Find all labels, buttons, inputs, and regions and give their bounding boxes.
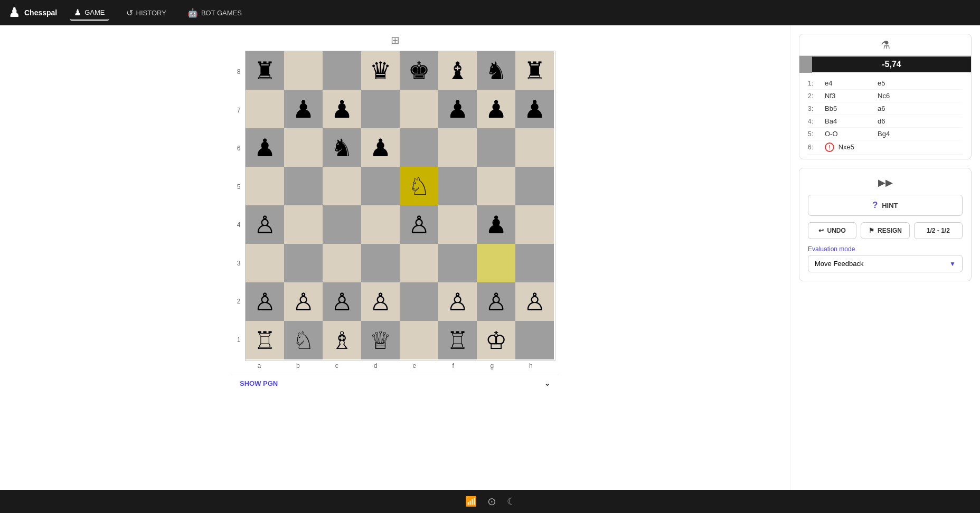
file-b: b [279, 362, 317, 369]
cell-h8[interactable]: ♜ [515, 51, 554, 90]
cell-h3[interactable] [515, 244, 554, 282]
main-content: ⊞ 8 7 6 5 4 3 2 1 ♜ ♛ [0, 25, 980, 490]
cell-f8[interactable]: ♝ [438, 51, 477, 90]
cell-h7[interactable]: ♟ [515, 90, 554, 128]
cell-d4[interactable] [361, 205, 400, 244]
cell-c4[interactable] [323, 205, 361, 244]
cell-g3-highlight[interactable] [477, 244, 515, 282]
move-row-2[interactable]: 2: Nf3 Nc6 [808, 90, 963, 102]
cell-b2[interactable]: ♙ [284, 282, 323, 321]
show-pgn-row[interactable]: SHOW PGN ⌄ [231, 375, 559, 392]
file-h: h [512, 362, 550, 369]
cell-a7[interactable] [246, 90, 284, 128]
cell-g7[interactable]: ♟ [477, 90, 515, 128]
cell-d8[interactable]: ♛ [361, 51, 400, 90]
cell-g4[interactable]: ♟ [477, 205, 515, 244]
cell-e8[interactable]: ♚ [400, 51, 438, 90]
right-panel: ⚗ -5,74 1: e4 e5 2: Nf3 Nc6 3: [790, 25, 980, 490]
cell-f7[interactable]: ♟ [438, 90, 477, 128]
cell-a4[interactable]: ♙ [246, 205, 284, 244]
resign-button[interactable]: ⚑ RESIGN [861, 222, 909, 239]
cell-g8[interactable]: ♞ [477, 51, 515, 90]
cell-b7[interactable]: ♟ [284, 90, 323, 128]
move-row-3[interactable]: 3: Bb5 a6 [808, 102, 963, 115]
draw-label: 1/2 - 1/2 [927, 227, 950, 234]
app-logo: ♟ Chesspal [8, 5, 57, 20]
cell-b8[interactable] [284, 51, 323, 90]
cell-h5[interactable] [515, 167, 554, 205]
github-icon[interactable]: ⊙ [487, 495, 496, 508]
cell-c7[interactable]: ♟ [323, 90, 361, 128]
cell-h4[interactable] [515, 205, 554, 244]
cell-g5[interactable] [477, 167, 515, 205]
cell-e5-highlight[interactable]: ♘ [400, 167, 438, 205]
fast-forward-btn[interactable]: ▶▶ [808, 177, 963, 188]
move-white-3: Bb5 [825, 104, 878, 112]
cell-e3[interactable] [400, 244, 438, 282]
undo-button[interactable]: ↩ UNDO [808, 222, 856, 239]
cell-b3[interactable] [284, 244, 323, 282]
cell-d2[interactable]: ♙ [361, 282, 400, 321]
cell-c6[interactable]: ♞ [323, 128, 361, 167]
cell-c8[interactable] [323, 51, 361, 90]
cell-g6[interactable] [477, 128, 515, 167]
cell-e4[interactable]: ♙ [400, 205, 438, 244]
cell-e2[interactable] [400, 282, 438, 321]
cell-c3[interactable] [323, 244, 361, 282]
cell-d3[interactable] [361, 244, 400, 282]
chess-board[interactable]: ♜ ♛ ♚ ♝ ♞ ♜ ♟ ♟ ♟ ♟ ♟ [245, 51, 555, 361]
cell-b5[interactable] [284, 167, 323, 205]
cell-a5[interactable] [246, 167, 284, 205]
cell-f6[interactable] [438, 128, 477, 167]
cell-e6[interactable] [400, 128, 438, 167]
eval-mode-select[interactable]: Move Feedback ▼ [808, 255, 963, 272]
cell-e7[interactable] [400, 90, 438, 128]
cell-d1[interactable]: ♕ [361, 321, 400, 359]
cell-b1[interactable]: ♘ [284, 321, 323, 359]
cell-d6[interactable]: ♟ [361, 128, 400, 167]
cell-c2[interactable]: ♙ [323, 282, 361, 321]
cell-d5[interactable] [361, 167, 400, 205]
cell-f3[interactable] [438, 244, 477, 282]
cell-f5[interactable] [438, 167, 477, 205]
flip-board-icon[interactable]: ⊞ [391, 34, 400, 46]
hint-button[interactable]: ? HINT [808, 195, 963, 216]
draw-button[interactable]: 1/2 - 1/2 [914, 222, 963, 239]
cell-a3[interactable] [246, 244, 284, 282]
cell-f1[interactable]: ♖ [438, 321, 477, 359]
cell-a8[interactable]: ♜ [246, 51, 284, 90]
cell-h6[interactable] [515, 128, 554, 167]
hint-label: HINT [882, 202, 898, 210]
move-black-1: e5 [878, 79, 920, 87]
cell-c1[interactable]: ♗ [323, 321, 361, 359]
move-row-4[interactable]: 4: Ba4 d6 [808, 115, 963, 128]
move-row-5[interactable]: 5: O-O Bg4 [808, 128, 963, 140]
cell-a1[interactable]: ♖ [246, 321, 284, 359]
nav-bot-games[interactable]: 🤖 BOT GAMES [183, 6, 246, 20]
show-pgn-label: SHOW PGN [240, 379, 278, 387]
cell-a2[interactable]: ♙ [246, 282, 284, 321]
nav-bot-label: BOT GAMES [201, 9, 242, 17]
moon-icon[interactable]: ☾ [507, 496, 515, 507]
rank-5: 5 [234, 183, 243, 191]
cell-g1[interactable]: ♔ [477, 321, 515, 359]
pgn-chevron-icon: ⌄ [544, 379, 550, 387]
evaluation-mode-section: Evaluation mode Move Feedback ▼ [808, 245, 963, 272]
cell-b6[interactable] [284, 128, 323, 167]
cell-g2[interactable]: ♙ [477, 282, 515, 321]
cell-f4[interactable] [438, 205, 477, 244]
cell-b4[interactable] [284, 205, 323, 244]
cell-f2[interactable]: ♙ [438, 282, 477, 321]
cell-e1[interactable] [400, 321, 438, 359]
move-row-1[interactable]: 1: e4 e5 [808, 77, 963, 90]
nav-game-label: GAME [84, 8, 105, 16]
move-row-6[interactable]: 6: ! Nxe5 [808, 140, 963, 155]
cell-h2[interactable]: ♙ [515, 282, 554, 321]
cell-h1[interactable] [515, 321, 554, 359]
cell-c5[interactable] [323, 167, 361, 205]
cell-d7[interactable] [361, 90, 400, 128]
cell-a6[interactable]: ♟ [246, 128, 284, 167]
nav-history[interactable]: ↺ HISTORY [122, 6, 171, 20]
move-black-4: d6 [878, 117, 920, 125]
nav-game[interactable]: ♟ GAME [70, 5, 109, 21]
